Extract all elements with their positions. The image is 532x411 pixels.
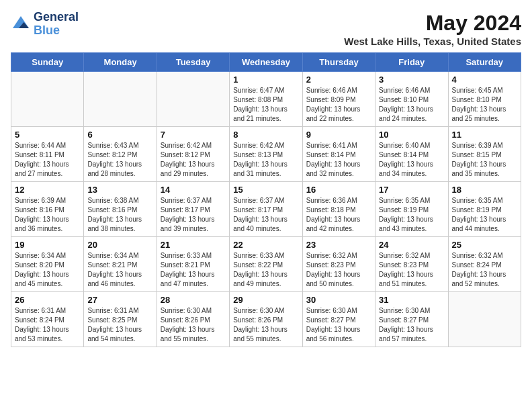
day-number: 18 (452, 185, 517, 195)
day-cell (157, 72, 229, 127)
day-info: Sunrise: 6:32 AM Sunset: 8:23 PM Dayligh… (379, 251, 444, 289)
day-header-saturday: Saturday (448, 53, 521, 72)
day-number: 4 (452, 75, 517, 85)
day-number: 30 (306, 295, 371, 305)
day-number: 22 (233, 240, 298, 250)
day-header-wednesday: Wednesday (230, 53, 302, 72)
day-number: 13 (87, 185, 152, 195)
calendar-header-row: SundayMondayTuesdayWednesdayThursdayFrid… (11, 53, 521, 72)
day-info: Sunrise: 6:39 AM Sunset: 8:15 PM Dayligh… (452, 141, 517, 179)
day-number: 7 (161, 130, 226, 140)
title-block: May 2024 West Lake Hills, Texas, United … (344, 11, 521, 47)
day-cell: 28Sunrise: 6:30 AM Sunset: 8:26 PM Dayli… (157, 292, 229, 347)
week-row-4: 19Sunrise: 6:34 AM Sunset: 8:20 PM Dayli… (11, 237, 521, 292)
week-row-2: 5Sunrise: 6:44 AM Sunset: 8:11 PM Daylig… (11, 127, 521, 182)
day-cell: 12Sunrise: 6:39 AM Sunset: 8:16 PM Dayli… (11, 182, 84, 237)
day-info: Sunrise: 6:40 AM Sunset: 8:14 PM Dayligh… (379, 141, 444, 179)
day-number: 21 (161, 240, 226, 250)
day-number: 28 (161, 295, 226, 305)
day-info: Sunrise: 6:44 AM Sunset: 8:11 PM Dayligh… (15, 141, 80, 179)
day-info: Sunrise: 6:46 AM Sunset: 8:10 PM Dayligh… (379, 86, 444, 124)
day-cell (448, 292, 521, 347)
day-number: 26 (15, 295, 80, 305)
day-header-friday: Friday (375, 53, 448, 72)
day-info: Sunrise: 6:33 AM Sunset: 8:22 PM Dayligh… (233, 251, 298, 289)
calendar-table: SundayMondayTuesdayWednesdayThursdayFrid… (11, 52, 521, 347)
day-info: Sunrise: 6:38 AM Sunset: 8:16 PM Dayligh… (87, 196, 152, 234)
day-info: Sunrise: 6:34 AM Sunset: 8:21 PM Dayligh… (87, 251, 152, 289)
day-number: 5 (15, 130, 80, 140)
day-cell: 11Sunrise: 6:39 AM Sunset: 8:15 PM Dayli… (448, 127, 521, 182)
day-cell: 4Sunrise: 6:45 AM Sunset: 8:10 PM Daylig… (448, 72, 521, 127)
day-number: 24 (379, 240, 444, 250)
day-cell: 19Sunrise: 6:34 AM Sunset: 8:20 PM Dayli… (11, 237, 84, 292)
day-number: 9 (306, 130, 371, 140)
day-info: Sunrise: 6:35 AM Sunset: 8:19 PM Dayligh… (452, 196, 517, 234)
day-info: Sunrise: 6:30 AM Sunset: 8:27 PM Dayligh… (306, 306, 371, 344)
day-info: Sunrise: 6:37 AM Sunset: 8:17 PM Dayligh… (233, 196, 298, 234)
day-number: 27 (87, 295, 152, 305)
day-number: 2 (306, 75, 371, 85)
day-header-monday: Monday (84, 53, 157, 72)
day-cell: 10Sunrise: 6:40 AM Sunset: 8:14 PM Dayli… (375, 127, 448, 182)
day-info: Sunrise: 6:36 AM Sunset: 8:18 PM Dayligh… (306, 196, 371, 234)
day-number: 3 (379, 75, 444, 85)
day-cell: 17Sunrise: 6:35 AM Sunset: 8:19 PM Dayli… (375, 182, 448, 237)
logo-line2: Blue (34, 24, 79, 38)
day-cell: 3Sunrise: 6:46 AM Sunset: 8:10 PM Daylig… (375, 72, 448, 127)
day-cell: 21Sunrise: 6:33 AM Sunset: 8:21 PM Dayli… (157, 237, 229, 292)
day-cell: 16Sunrise: 6:36 AM Sunset: 8:18 PM Dayli… (302, 182, 375, 237)
day-cell: 25Sunrise: 6:32 AM Sunset: 8:24 PM Dayli… (448, 237, 521, 292)
day-number: 23 (306, 240, 371, 250)
main-title: May 2024 (344, 11, 521, 36)
day-cell: 30Sunrise: 6:30 AM Sunset: 8:27 PM Dayli… (302, 292, 375, 347)
day-number: 19 (15, 240, 80, 250)
day-cell: 24Sunrise: 6:32 AM Sunset: 8:23 PM Dayli… (375, 237, 448, 292)
day-info: Sunrise: 6:37 AM Sunset: 8:17 PM Dayligh… (161, 196, 226, 234)
day-cell: 8Sunrise: 6:42 AM Sunset: 8:13 PM Daylig… (230, 127, 302, 182)
page-header: General Blue May 2024 West Lake Hills, T… (11, 11, 521, 47)
day-cell: 2Sunrise: 6:46 AM Sunset: 8:09 PM Daylig… (302, 72, 375, 127)
day-info: Sunrise: 6:32 AM Sunset: 8:23 PM Dayligh… (306, 251, 371, 289)
day-info: Sunrise: 6:34 AM Sunset: 8:20 PM Dayligh… (15, 251, 80, 289)
logo-line1: General (34, 11, 79, 24)
day-cell: 23Sunrise: 6:32 AM Sunset: 8:23 PM Dayli… (302, 237, 375, 292)
day-info: Sunrise: 6:30 AM Sunset: 8:26 PM Dayligh… (233, 306, 298, 344)
day-cell: 22Sunrise: 6:33 AM Sunset: 8:22 PM Dayli… (230, 237, 302, 292)
day-info: Sunrise: 6:31 AM Sunset: 8:25 PM Dayligh… (87, 306, 152, 344)
day-cell: 26Sunrise: 6:31 AM Sunset: 8:24 PM Dayli… (11, 292, 84, 347)
day-info: Sunrise: 6:33 AM Sunset: 8:21 PM Dayligh… (161, 251, 226, 289)
day-cell: 5Sunrise: 6:44 AM Sunset: 8:11 PM Daylig… (11, 127, 84, 182)
day-number: 10 (379, 130, 444, 140)
week-row-3: 12Sunrise: 6:39 AM Sunset: 8:16 PM Dayli… (11, 182, 521, 237)
day-info: Sunrise: 6:39 AM Sunset: 8:16 PM Dayligh… (15, 196, 80, 234)
logo: General Blue (11, 11, 79, 38)
day-number: 29 (233, 295, 298, 305)
day-info: Sunrise: 6:42 AM Sunset: 8:13 PM Dayligh… (233, 141, 298, 179)
day-header-sunday: Sunday (11, 53, 84, 72)
day-info: Sunrise: 6:46 AM Sunset: 8:09 PM Dayligh… (306, 86, 371, 124)
day-cell (84, 72, 157, 127)
week-row-5: 26Sunrise: 6:31 AM Sunset: 8:24 PM Dayli… (11, 292, 521, 347)
day-info: Sunrise: 6:43 AM Sunset: 8:12 PM Dayligh… (87, 141, 152, 179)
logo-icon (11, 14, 31, 34)
day-number: 1 (233, 75, 298, 85)
day-cell: 27Sunrise: 6:31 AM Sunset: 8:25 PM Dayli… (84, 292, 157, 347)
day-cell: 18Sunrise: 6:35 AM Sunset: 8:19 PM Dayli… (448, 182, 521, 237)
day-number: 11 (452, 130, 517, 140)
day-number: 14 (161, 185, 226, 195)
day-number: 15 (233, 185, 298, 195)
day-cell (11, 72, 84, 127)
day-cell: 13Sunrise: 6:38 AM Sunset: 8:16 PM Dayli… (84, 182, 157, 237)
day-info: Sunrise: 6:30 AM Sunset: 8:27 PM Dayligh… (379, 306, 444, 344)
day-info: Sunrise: 6:47 AM Sunset: 8:08 PM Dayligh… (233, 86, 298, 124)
day-number: 16 (306, 185, 371, 195)
day-cell: 6Sunrise: 6:43 AM Sunset: 8:12 PM Daylig… (84, 127, 157, 182)
day-info: Sunrise: 6:45 AM Sunset: 8:10 PM Dayligh… (452, 86, 517, 124)
day-info: Sunrise: 6:41 AM Sunset: 8:14 PM Dayligh… (306, 141, 371, 179)
day-number: 20 (87, 240, 152, 250)
day-header-tuesday: Tuesday (157, 53, 229, 72)
day-info: Sunrise: 6:35 AM Sunset: 8:19 PM Dayligh… (379, 196, 444, 234)
day-cell: 1Sunrise: 6:47 AM Sunset: 8:08 PM Daylig… (230, 72, 302, 127)
day-number: 12 (15, 185, 80, 195)
